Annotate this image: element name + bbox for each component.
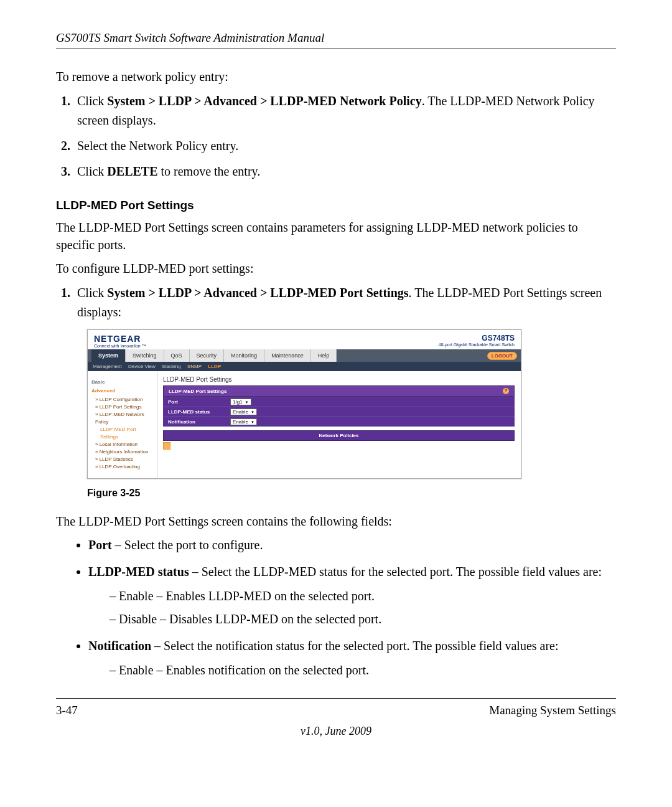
expand-icon[interactable] (163, 442, 170, 450)
figure-screenshot: NETGEAR Connect with Innovation ™ GS748T… (87, 329, 521, 479)
sidebar-neighbors[interactable]: Neighbors Information (95, 448, 154, 456)
status-enable: Enable – Enables LLDP-MED on the selecte… (110, 587, 616, 605)
tab-maintenance[interactable]: Maintenance (264, 349, 311, 362)
bullet-port: Port – Select the port to configure. (88, 536, 616, 554)
fields-intro: The LLDP-MED Port Settings screen contai… (56, 512, 616, 530)
tab-system[interactable]: System (91, 349, 126, 362)
help-icon[interactable]: ? (503, 388, 509, 394)
section-desc: The LLDP-MED Port Settings screen contai… (56, 219, 616, 253)
status-disable: Disable – Disables LLDP-MED on the selec… (110, 610, 616, 628)
port-dropdown[interactable]: 1/g1 (230, 399, 251, 405)
field-notification: Notification Enable (163, 417, 515, 427)
doc-header: GS700TS Smart Switch Software Administra… (56, 31, 616, 45)
panel-header: LLDP-MED Port Settings ? (163, 385, 515, 397)
brand-tagline: Connect with Innovation ™ (94, 344, 146, 348)
sidebar-lldp-overload[interactable]: LLDP Overloading (95, 463, 154, 471)
notif-enable: Enable – Enables notification on the sel… (110, 661, 616, 679)
remove-intro: To remove a network policy entry: (56, 68, 616, 85)
brand-logo: NETGEAR (94, 334, 141, 344)
configure-step-1: Click System > LLDP > Advanced > LLDP-ME… (73, 283, 616, 322)
notification-dropdown[interactable]: Enable (230, 418, 257, 425)
remove-step-1: Click System > LLDP > Advanced > LLDP-ME… (73, 92, 616, 130)
main-pane: LLDP-MED Port Settings LLDP-MED Port Set… (158, 371, 521, 478)
network-policies-bar[interactable]: Network Policies (163, 430, 515, 441)
section-name: Managing System Settings (489, 704, 616, 717)
sidebar-lldpmed-port[interactable]: LLDP-MED Port Settings (100, 426, 154, 441)
field-port: Port 1/g1 (163, 397, 515, 407)
sidebar-local-info[interactable]: Local Information (95, 441, 154, 448)
remove-steps: Click System > LLDP > Advanced > LLDP-ME… (73, 92, 616, 181)
sidebar-lldpmed-np[interactable]: LLDP-MED Network Policy (95, 411, 154, 426)
logout-button[interactable]: LOGOUT (487, 352, 517, 360)
footer-rule (56, 698, 616, 699)
configure-steps: Click System > LLDP > Advanced > LLDP-ME… (73, 283, 616, 322)
subtab-snmp[interactable]: SNMP (187, 364, 202, 369)
sidebar: Basic Advanced LLDP Configuration LLDP P… (88, 371, 158, 478)
tab-help[interactable]: Help (311, 349, 337, 362)
model-label: GS748TS (482, 334, 515, 342)
figure-caption: Figure 3-25 (87, 488, 616, 499)
tab-qos[interactable]: QoS (164, 349, 190, 362)
bullet-notification: Notification – Select the notification s… (88, 637, 616, 679)
configure-intro: To configure LLDP-MED port settings: (56, 260, 616, 277)
field-status: LLDP-MED status Enable (163, 407, 515, 417)
sidebar-lldp-stats[interactable]: LLDP Statistics (95, 456, 154, 463)
remove-step-3: Click DELETE to remove the entry. (73, 162, 616, 181)
tab-monitoring[interactable]: Monitoring (224, 349, 264, 362)
tab-switching[interactable]: Switching (126, 349, 164, 362)
doc-version: v1.0, June 2009 (56, 725, 616, 738)
primary-tabs: System Switching QoS Security Monitoring… (88, 349, 521, 362)
subtab-deviceview[interactable]: Device View (128, 364, 156, 369)
tab-security[interactable]: Security (190, 349, 225, 362)
subtab-management[interactable]: Management (93, 364, 122, 369)
sidebar-basic[interactable]: Basic (91, 379, 154, 386)
model-desc: 48-port Gigabit Stackable Smart Switch (439, 342, 515, 347)
page-number: 3-47 (56, 704, 78, 717)
subtab-stacking[interactable]: Stacking (162, 364, 181, 369)
pane-title: LLDP-MED Port Settings (163, 376, 515, 383)
field-bullets: Port – Select the port to configure. LLD… (88, 536, 616, 679)
secondary-tabs: Management Device View Stacking SNMP LLD… (88, 362, 521, 371)
sidebar-advanced[interactable]: Advanced (91, 387, 154, 395)
section-title: LLDP-MED Port Settings (56, 199, 616, 212)
sidebar-lldp-port[interactable]: LLDP Port Settings (95, 404, 154, 411)
status-dropdown[interactable]: Enable (230, 408, 257, 415)
sidebar-lldp-config[interactable]: LLDP Configuration (95, 396, 154, 404)
subtab-lldp[interactable]: LLDP (208, 364, 221, 369)
header-rule (56, 49, 616, 49)
bullet-status: LLDP-MED status – Select the LLDP-MED st… (88, 563, 616, 628)
remove-step-2: Select the Network Policy entry. (73, 136, 616, 156)
